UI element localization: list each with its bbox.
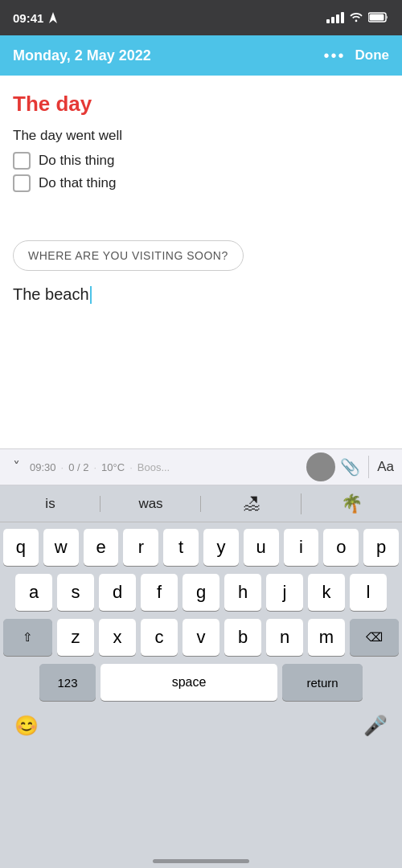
key-z[interactable]: z xyxy=(57,619,94,656)
number-key[interactable]: 123 xyxy=(39,664,96,701)
journal-body-text: The day went well xyxy=(13,128,389,144)
todo-checkbox-1[interactable] xyxy=(13,152,31,170)
shift-key[interactable]: ⇧ xyxy=(3,619,52,656)
keyboard: is was 🏖 🌴 q w e r t y u i o p a s xyxy=(0,485,402,868)
key-n[interactable]: n xyxy=(266,619,303,656)
header-right: ••• Done xyxy=(323,47,389,65)
key-v[interactable]: v xyxy=(183,619,219,656)
key-e[interactable]: e xyxy=(84,529,119,566)
header-date: Monday, 2 May 2022 xyxy=(13,47,151,64)
attachment-button[interactable]: 📎 xyxy=(340,457,360,477)
svg-marker-0 xyxy=(49,12,57,23)
wifi-icon xyxy=(349,11,363,25)
keyboard-toolbar: ˅ 09:30 · 0 / 2 · 10°C · Boos... 📎 Aa xyxy=(0,448,402,485)
key-c[interactable]: c xyxy=(141,619,178,656)
key-d[interactable]: d xyxy=(99,574,136,611)
suggestion-was[interactable]: was xyxy=(100,489,201,518)
key-h[interactable]: h xyxy=(224,574,261,611)
key-q[interactable]: q xyxy=(3,529,39,566)
key-o[interactable]: o xyxy=(323,529,359,566)
key-u[interactable]: u xyxy=(244,529,279,566)
signal-icon xyxy=(326,12,344,23)
more-options-button[interactable]: ••• xyxy=(323,47,345,65)
toolbar-temperature: 10°C xyxy=(101,461,125,473)
key-r[interactable]: r xyxy=(123,529,158,566)
todo-item-2: Do that thing xyxy=(13,174,389,192)
todo-item-1: Do this thing xyxy=(13,152,389,170)
status-bar-right xyxy=(326,11,389,25)
keyboard-row-2: a s d f g h j k l xyxy=(3,574,399,611)
key-l[interactable]: l xyxy=(350,574,387,611)
suggestion-emoji-2[interactable]: 🌴 xyxy=(302,487,402,521)
suggestion-emoji-1[interactable]: 🏖 xyxy=(201,487,302,521)
todo-label-1: Do this thing xyxy=(39,153,115,169)
location-icon xyxy=(49,12,57,23)
home-indicator xyxy=(153,859,249,863)
toolbar-divider xyxy=(368,456,369,478)
key-w[interactable]: w xyxy=(43,529,79,566)
space-key[interactable]: space xyxy=(100,664,277,701)
keyboard-row-3: ⇧ z x c v b n m ⌫ xyxy=(3,619,399,656)
key-g[interactable]: g xyxy=(183,574,219,611)
emoji-button[interactable]: 😊 xyxy=(8,708,45,743)
done-button[interactable]: Done xyxy=(355,47,390,63)
key-x[interactable]: x xyxy=(99,619,136,656)
key-y[interactable]: y xyxy=(203,529,239,566)
suggestion-is[interactable]: is xyxy=(0,489,100,518)
todo-checkbox-2[interactable] xyxy=(13,174,31,192)
key-a[interactable]: a xyxy=(15,574,52,611)
journal-content: The day The day went well Do this thing … xyxy=(0,76,402,192)
toolbar-boost: Boos... xyxy=(137,461,170,473)
key-i[interactable]: i xyxy=(284,529,319,566)
key-b[interactable]: b xyxy=(224,619,261,656)
key-f[interactable]: f xyxy=(141,574,178,611)
key-k[interactable]: k xyxy=(308,574,345,611)
todo-label-2: Do that thing xyxy=(39,175,116,191)
microphone-button[interactable]: 🎤 xyxy=(357,708,394,743)
status-bar: 09:41 xyxy=(0,0,402,35)
font-format-button[interactable]: Aa xyxy=(377,459,394,475)
key-s[interactable]: s xyxy=(57,574,94,611)
key-m[interactable]: m xyxy=(308,619,345,656)
key-p[interactable]: p xyxy=(363,529,399,566)
key-j[interactable]: j xyxy=(266,574,303,611)
answer-text: The beach xyxy=(13,285,89,304)
keyboard-bottom-row: 😊 🎤 xyxy=(0,704,402,747)
prompt-question: WHERE ARE YOU VISITING SOON? xyxy=(13,240,244,271)
svg-rect-2 xyxy=(370,14,384,20)
prompt-section: WHERE ARE YOU VISITING SOON? The beach xyxy=(0,240,402,312)
toolbar-metadata: 09:30 · 0 / 2 · 10°C · Boos... xyxy=(30,461,302,473)
battery-icon xyxy=(368,11,389,25)
time-label: 09:41 xyxy=(13,11,43,25)
keyboard-rows: q w e r t y u i o p a s d f g h j k l ⇧ … xyxy=(0,522,402,704)
toolbar-circle-button[interactable] xyxy=(306,452,335,481)
keyboard-row-1: q w e r t y u i o p xyxy=(3,529,399,566)
key-t[interactable]: t xyxy=(163,529,199,566)
header: Monday, 2 May 2022 ••• Done xyxy=(0,35,402,76)
keyboard-suggestions: is was 🏖 🌴 xyxy=(0,485,402,522)
return-key[interactable]: return xyxy=(282,664,363,701)
journal-title: The day xyxy=(13,92,389,117)
collapse-button[interactable]: ˅ xyxy=(8,455,25,479)
answer-area[interactable]: The beach xyxy=(13,285,389,312)
toolbar-time: 09:30 xyxy=(30,461,56,473)
status-bar-left: 09:41 xyxy=(13,11,57,25)
toolbar-counter: 0 / 2 xyxy=(68,461,88,473)
keyboard-row-4: 123 space return xyxy=(3,664,399,701)
delete-key[interactable]: ⌫ xyxy=(350,619,399,656)
text-cursor xyxy=(90,286,92,304)
